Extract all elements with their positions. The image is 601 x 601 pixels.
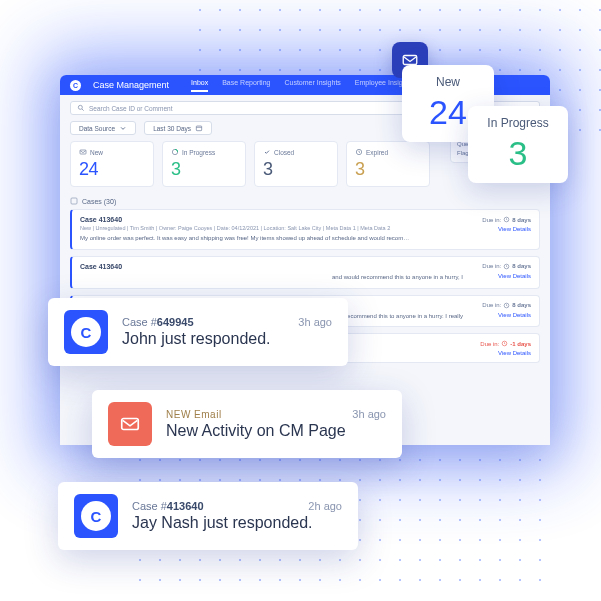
toast-case-number: Case #649945 (122, 316, 194, 328)
cases-count-label: Cases (30) (82, 198, 116, 205)
app-title: Case Management (93, 80, 169, 90)
toast-message: Jay Nash just responded. (132, 514, 342, 532)
toast-case-response[interactable]: C Case #649945 3h ago John just responde… (48, 298, 348, 366)
case-row[interactable]: Case 413640 New | Unregulated | Tim Smit… (70, 209, 540, 250)
case-due-overdue: Due in: -1 days (480, 340, 531, 347)
view-details-link[interactable]: View Details (498, 273, 531, 279)
clock-icon (503, 216, 510, 223)
tab-inbox[interactable]: Inbox (191, 79, 208, 92)
callout-label: In Progress (486, 116, 550, 130)
toast-time: 3h ago (298, 316, 332, 328)
case-due: Due in: 8 days (482, 263, 531, 270)
view-details-link[interactable]: View Details (498, 226, 531, 232)
stat-card-new[interactable]: New 24 (70, 141, 154, 187)
case-body: and would recommend this to anyone in a … (80, 274, 463, 282)
stat-card-expired[interactable]: Expired 3 (346, 141, 430, 187)
mail-icon (79, 148, 87, 156)
filter-date-range-label: Last 30 Days (153, 125, 191, 132)
chevron-down-icon (119, 124, 127, 132)
stat-label: New (90, 149, 103, 156)
cases-header: Cases (30) (60, 187, 550, 209)
toast-time: 2h ago (308, 500, 342, 512)
tab-base-reporting[interactable]: Base Reporting (222, 79, 270, 92)
checkbox-icon[interactable] (70, 197, 78, 205)
case-meta: New | Unregulated | Tim Smith | Owner: P… (80, 225, 463, 231)
case-body: My online order was perfect. It was easy… (80, 235, 410, 243)
callout-value: 3 (486, 134, 550, 173)
clock-icon (503, 302, 510, 309)
toast-new-email[interactable]: NEW Email 3h ago New Activity on CM Page (92, 390, 402, 458)
svg-line-1 (82, 109, 84, 111)
tab-customer-insights[interactable]: Customer Insights (284, 79, 340, 92)
view-details-link[interactable]: View Details (498, 350, 531, 356)
toast-message: New Activity on CM Page (166, 422, 386, 440)
app-logo: C (70, 80, 81, 91)
toast-badge: C (74, 494, 118, 538)
toast-badge (108, 402, 152, 446)
progress-icon (171, 148, 179, 156)
case-due: Due in: 8 days (482, 216, 531, 223)
toast-badge: C (64, 310, 108, 354)
stat-value: 3 (355, 159, 421, 180)
stat-label: In Progress (182, 149, 215, 156)
stat-value: 3 (263, 159, 329, 180)
case-row[interactable]: Case 413640 and would recommend this to … (70, 256, 540, 289)
stat-value: 24 (79, 159, 145, 180)
svg-rect-12 (403, 56, 417, 65)
svg-point-0 (78, 105, 82, 109)
toast-case-number: Case #413640 (132, 500, 204, 512)
clock-icon (355, 148, 363, 156)
search-placeholder: Search Case ID or Comment (89, 105, 172, 112)
logo-icon: C (71, 317, 101, 347)
toast-eyebrow: NEW Email (166, 409, 222, 420)
svg-rect-7 (71, 198, 77, 204)
case-title: Case 413640 (80, 263, 463, 270)
stat-card-closed[interactable]: Closed 3 (254, 141, 338, 187)
header-tabs: Inbox Base Reporting Customer Insights E… (191, 79, 412, 92)
case-due: Due in: 8 days (482, 302, 531, 309)
clock-icon (501, 340, 508, 347)
calendar-icon (195, 124, 203, 132)
stat-label: Expired (366, 149, 388, 156)
svg-rect-13 (122, 419, 139, 430)
filter-date-range[interactable]: Last 30 Days (144, 121, 212, 135)
svg-rect-2 (196, 126, 201, 131)
search-icon (77, 104, 85, 112)
logo-icon: C (81, 501, 111, 531)
check-icon (263, 148, 271, 156)
stat-card-in-progress[interactable]: In Progress 3 (162, 141, 246, 187)
callout-in-progress: In Progress 3 (468, 106, 568, 183)
mail-icon (119, 413, 141, 435)
filter-data-source-label: Data Source (79, 125, 115, 132)
stat-value: 3 (171, 159, 237, 180)
toast-case-response[interactable]: C Case #413640 2h ago Jay Nash just resp… (58, 482, 358, 550)
clock-icon (503, 263, 510, 270)
stat-label: Closed (274, 149, 294, 156)
case-title: Case 413640 (80, 216, 463, 223)
callout-label: New (420, 75, 476, 89)
filter-data-source[interactable]: Data Source (70, 121, 136, 135)
view-details-link[interactable]: View Details (498, 312, 531, 318)
stats-row: New 24 In Progress 3 Closed 3 Expired 3 (60, 141, 440, 187)
toast-time: 3h ago (352, 408, 386, 420)
svg-rect-4 (80, 150, 86, 154)
toast-message: John just responded. (122, 330, 332, 348)
